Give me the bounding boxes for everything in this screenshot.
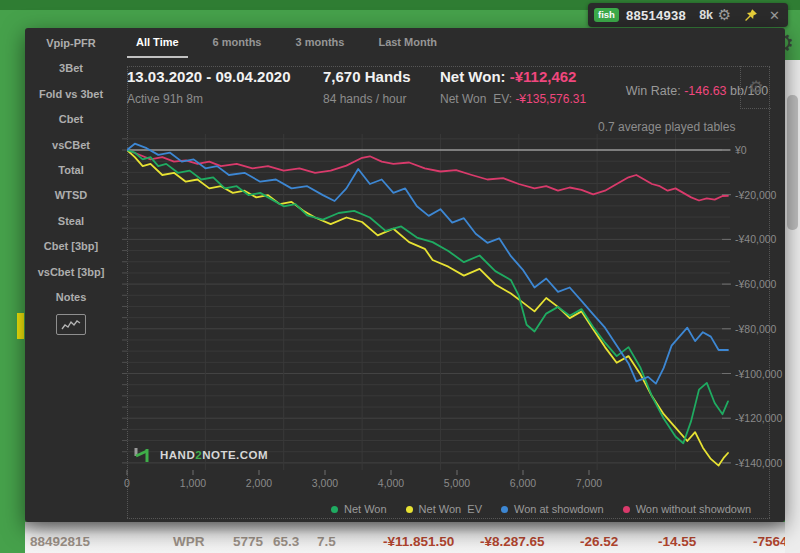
y-axis-label: -¥140,000 — [735, 457, 782, 469]
legend-item-net-won[interactable]: Net Won — [331, 503, 387, 515]
player-id: 88514938 — [626, 8, 686, 23]
legend-item-won-at-showdown[interactable]: Won at showdown — [501, 503, 604, 515]
tab-all-time[interactable]: All Time — [127, 28, 188, 58]
x-axis-label: 5,000 — [444, 477, 470, 489]
sidebar-item-cbet[interactable]: Cbet — [25, 107, 117, 132]
table-cell: -14.55 — [658, 535, 696, 546]
dotted-divider-right — [769, 66, 770, 518]
background-table-strip: 88492815WPR577565.37.5-¥11,851.50-¥8,287… — [25, 522, 800, 553]
player-type-badge: fish — [594, 8, 619, 22]
logo-text-2: 2 — [195, 449, 202, 461]
table-cell: 65.3 — [273, 535, 299, 546]
tabs-bar: All Time6 months3 monthsLast Month — [117, 28, 462, 58]
date-range: 13.03.2020 - 09.04.2020 — [127, 68, 290, 85]
table-cell: -¥11,851.50 — [383, 535, 454, 546]
win-rate-value: -146.63 — [684, 84, 726, 98]
chart-settings-button[interactable]: ⚙ — [740, 66, 771, 109]
y-axis-label: -¥60,000 — [735, 278, 776, 290]
sidebar: Vpip-PFR3BetFold vs 3betCbetvsCBetTotalW… — [25, 28, 117, 522]
table-cell: -7564 — [753, 535, 788, 546]
line-chart-icon — [61, 319, 81, 331]
sidebar-item-steal[interactable]: Steal — [25, 209, 117, 234]
legend-dot — [623, 506, 630, 513]
hand2note-logo-icon — [131, 444, 153, 466]
tab-last-month[interactable]: Last Month — [369, 28, 446, 58]
gear-icon: ⚙ — [748, 77, 763, 97]
series-net-won-ev — [127, 150, 728, 466]
net-won-value: -¥112,462 — [510, 68, 577, 85]
x-axis-label: 0 — [124, 477, 130, 489]
x-axis-label: 7,000 — [576, 477, 602, 489]
net-won-ev-label: Net Won EV: — [440, 92, 515, 106]
pin-icon[interactable] — [743, 8, 758, 23]
pin-glyph — [743, 8, 758, 23]
series-won-without-showdown — [127, 150, 728, 201]
x-axis-label: 1,000 — [180, 477, 206, 489]
y-axis-label: -¥120,000 — [735, 412, 782, 424]
table-cell: 5775 — [233, 535, 263, 546]
logo-text-post: NOTE.COM — [202, 449, 268, 461]
hud-title-bar[interactable]: fish 88514938 8k ⚙ ✕ — [588, 3, 788, 27]
legend-label: Won without showdown — [636, 503, 751, 515]
legend-item-won-without-showdown[interactable]: Won without showdown — [623, 503, 751, 515]
tab-6-months[interactable]: 6 months — [204, 28, 271, 58]
x-axis-label: 4,000 — [378, 477, 404, 489]
close-icon[interactable]: ✕ — [769, 8, 780, 23]
active-time: Active 91h 8m — [127, 92, 290, 106]
avg-tables: 0.7 average played tables — [598, 120, 768, 134]
chart-legend: Net WonNet Won EVWon at showdownWon with… — [331, 503, 770, 515]
sidebar-item-notes[interactable]: Notes — [25, 285, 117, 310]
dotted-divider-left — [127, 66, 128, 518]
net-won-ev-value: -¥135,576.31 — [515, 92, 586, 106]
page-scrollbar[interactable] — [785, 60, 800, 553]
x-axis-label: 2,000 — [246, 477, 272, 489]
sidebar-item-vpip-pfr[interactable]: Vpip-PFR — [25, 31, 117, 56]
hands-group: 7,670 Hands 84 hands / hour — [323, 68, 411, 106]
dotted-divider-top — [127, 66, 770, 67]
y-axis-label: -¥80,000 — [735, 323, 776, 335]
stats-popup: Vpip-PFR3BetFold vs 3betCbetvsCBetTotalW… — [25, 28, 785, 522]
table-cell: -26.52 — [580, 535, 618, 546]
legend-dot — [331, 506, 338, 513]
sidebar-item-vscbet-3bp[interactable]: vsCbet [3bp] — [25, 260, 117, 285]
date-range-group: 13.03.2020 - 09.04.2020 Active 91h 8m — [127, 68, 290, 106]
screen: ⚙ 88492815WPR577565.37.5-¥11,851.50-¥8,2… — [0, 0, 800, 553]
sidebar-item-total[interactable]: Total — [25, 158, 117, 183]
net-won-group: Net Won: -¥112,462 Net Won EV: -¥135,576… — [440, 68, 586, 106]
sidebar-item-graph[interactable] — [56, 314, 86, 335]
legend-label: Net Won EV — [419, 503, 482, 515]
y-axis-label: -¥40,000 — [735, 233, 776, 245]
hands-total: 7,670 Hands — [323, 68, 411, 85]
dotted-divider-bottom — [127, 518, 770, 519]
settings-gear-icon[interactable]: ⚙ — [718, 8, 731, 23]
hud-active-marker — [17, 313, 24, 339]
hands-per-hour: 84 hands / hour — [323, 92, 411, 106]
logo-text-pre: HAND — [160, 449, 195, 461]
hand2note-logo: HAND2NOTE.COM — [131, 444, 268, 466]
table-cell: 88492815 — [30, 535, 90, 546]
series-won-at-showdown — [127, 144, 728, 384]
y-axis-label: -¥20,000 — [735, 189, 776, 201]
x-axis-label: 6,000 — [510, 477, 536, 489]
x-axis-label: 3,000 — [312, 477, 338, 489]
legend-dot — [406, 506, 413, 513]
y-axis-label: -¥100,000 — [735, 368, 782, 380]
scrollbar-thumb[interactable] — [787, 95, 798, 230]
legend-item-net-won-ev[interactable]: Net Won EV — [406, 503, 482, 515]
legend-dot — [501, 506, 508, 513]
table-cell: 7.5 — [317, 535, 336, 546]
sidebar-item-wtsd[interactable]: WTSD — [25, 183, 117, 208]
tab-3-months[interactable]: 3 months — [287, 28, 354, 58]
table-cell: WPR — [173, 535, 205, 546]
win-rate-label: Win Rate: — [626, 84, 684, 98]
sidebar-item-fold-vs-3bet[interactable]: Fold vs 3bet — [25, 82, 117, 107]
series-net-won — [127, 150, 728, 443]
sidebar-item-cbet-3bp[interactable]: Cbet [3bp] — [25, 234, 117, 259]
background-table-row[interactable]: 88492815WPR577565.37.5-¥11,851.50-¥8,287… — [25, 535, 800, 546]
legend-label: Won at showdown — [514, 503, 604, 515]
net-won-label: Net Won: — [440, 68, 510, 85]
sidebar-item-3bet[interactable]: 3Bet — [25, 56, 117, 81]
table-cell: -¥8,287.65 — [480, 535, 545, 546]
sidebar-item-vscbet[interactable]: vsCBet — [25, 133, 117, 158]
hands-count-badge: 8k — [699, 8, 713, 22]
